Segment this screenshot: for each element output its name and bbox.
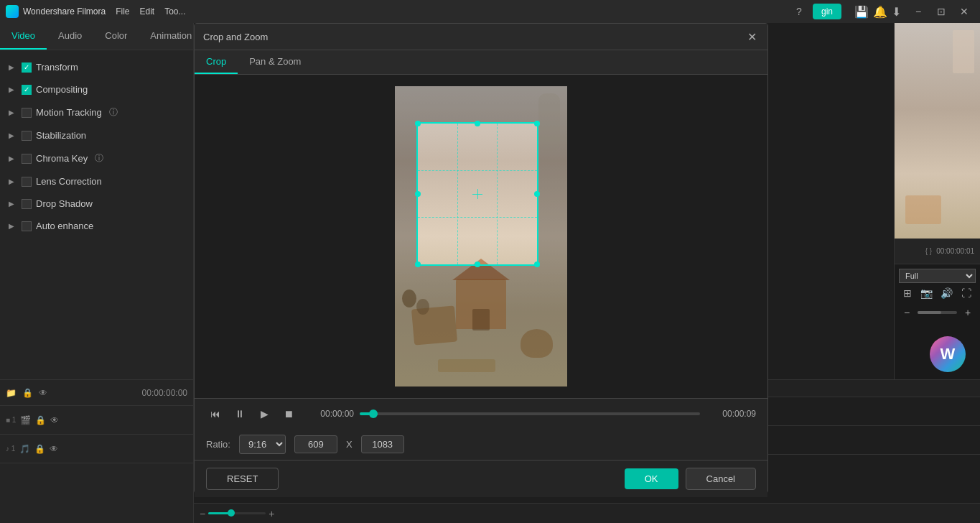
volume-icon[interactable]: 🔊 — [941, 287, 953, 299]
hide-all-icon[interactable]: 👁 — [39, 388, 47, 398]
download-icon[interactable]: ⬇ — [892, 5, 901, 19]
lock-all-icon[interactable]: 🔒 — [22, 388, 33, 398]
crop-overlay[interactable] — [416, 122, 538, 266]
crop-handle-mr[interactable] — [534, 191, 540, 197]
transform-checkbox[interactable] — [22, 63, 32, 73]
prop-stabilization[interactable]: ▶ Stabilization — [0, 124, 193, 147]
chroma-key-checkbox[interactable] — [22, 154, 32, 164]
prop-compositing[interactable]: ▶ Compositing — [0, 78, 193, 101]
title-bar: Wondershare Filmora File Edit Too... ? g… — [0, 0, 980, 23]
crop-handle-tr[interactable] — [534, 121, 540, 126]
zoom-slider-thumb[interactable] — [228, 509, 235, 517]
dialog-body — [195, 75, 767, 398]
save-project-icon[interactable]: 💾 — [854, 5, 869, 19]
audio-lock-button[interactable]: 🔒 — [34, 444, 45, 454]
crop-handle-tc[interactable] — [475, 121, 480, 126]
menu-edit[interactable]: Edit — [140, 6, 155, 17]
dialog-tabs: Crop Pan & Zoom — [195, 50, 767, 75]
track-number: ■ 1 — [6, 416, 16, 424]
tab-crop[interactable]: Crop — [195, 50, 238, 74]
progress-bar[interactable] — [360, 412, 700, 415]
close-button[interactable]: ✕ — [954, 4, 974, 19]
login-button[interactable]: gin — [813, 4, 841, 19]
crop-handle-tl[interactable] — [415, 121, 421, 126]
timeline-track-controls: 📁 🔒 👁 00:00:00:00 ■ 1 🎬 🔒 👁 ♪ 1 🎵 🔒 👁 — [0, 380, 194, 523]
timeline-zoom-out-button[interactable]: − — [200, 508, 205, 519]
total-time-display: 00:00:09 — [706, 409, 756, 419]
crop-handle-ml[interactable] — [415, 191, 421, 197]
tab-color[interactable]: Color — [93, 23, 139, 50]
zoom-out-button[interactable]: − — [899, 305, 915, 320]
expand-arrow: ▶ — [9, 85, 17, 93]
restore-button[interactable]: ⊡ — [931, 4, 951, 19]
zoom-in-button[interactable]: + — [960, 305, 976, 320]
crop-dialog: Crop and Zoom ✕ Crop Pan & Zoom — [194, 23, 768, 494]
audio-track-controls: ♪ 1 🎵 🔒 👁 — [0, 435, 193, 463]
motion-tracking-label: Motion Tracking — [36, 107, 102, 118]
fit-icon[interactable]: ⊞ — [903, 287, 912, 299]
dialog-close-button[interactable]: ✕ — [745, 29, 759, 44]
dialog-ok-button[interactable]: OK — [625, 468, 678, 489]
audio-track-number: ♪ 1 — [6, 445, 15, 453]
prop-lens-correction[interactable]: ▶ Lens Correction — [0, 170, 193, 193]
motion-tracking-help-icon[interactable]: ⓘ — [109, 106, 118, 119]
prop-transform[interactable]: ▶ Transform — [0, 56, 193, 78]
video-track-controls: ■ 1 🎬 🔒 👁 — [0, 406, 193, 435]
expand-icon[interactable]: ⛶ — [961, 287, 971, 299]
menu-tools[interactable]: Too... — [164, 6, 185, 17]
ratio-select[interactable]: 9:16 16:9 4:3 1:1 Free — [239, 435, 286, 454]
add-media-icon[interactable]: 📁 — [6, 388, 17, 398]
audio-visibility-button[interactable]: 👁 — [50, 444, 58, 454]
compositing-label: Compositing — [36, 84, 88, 95]
help-icon[interactable]: ? — [791, 4, 807, 19]
playback-controls: ⏮ ⏸ ▶ ⏹ 00:00:00 00:00:09 — [195, 398, 767, 429]
prop-motion-tracking[interactable]: ▶ Motion Tracking ⓘ — [0, 101, 193, 124]
play-button[interactable]: ▶ — [255, 404, 274, 423]
track-type-icon: 🎬 — [20, 415, 31, 425]
crop-handle-bl[interactable] — [415, 262, 421, 267]
window-controls: − ⊡ ✕ — [908, 4, 974, 19]
stop-button[interactable]: ⏹ — [279, 404, 298, 423]
expand-arrow: ▶ — [9, 154, 17, 162]
lens-correction-checkbox[interactable] — [22, 177, 32, 187]
crop-preview[interactable] — [395, 86, 567, 387]
minimize-button[interactable]: − — [908, 4, 928, 19]
expand-arrow: ▶ — [9, 108, 17, 116]
motion-tracking-checkbox[interactable] — [22, 108, 32, 118]
dialog-cancel-button[interactable]: Cancel — [686, 468, 756, 490]
skip-back-button[interactable]: ⏮ — [206, 404, 225, 423]
track-lock-button[interactable]: 🔒 — [35, 415, 46, 425]
width-input[interactable] — [294, 435, 337, 453]
progress-thumb[interactable] — [369, 409, 378, 418]
audio-track-icon: 🎵 — [19, 444, 30, 454]
tab-audio[interactable]: Audio — [47, 23, 93, 50]
stabilization-checkbox[interactable] — [22, 131, 32, 141]
height-input[interactable] — [361, 435, 404, 453]
notifications-icon[interactable]: 🔔 — [873, 5, 887, 19]
chroma-key-help-icon[interactable]: ⓘ — [95, 152, 103, 165]
prop-auto-enhance[interactable]: ▶ Auto enhance — [0, 215, 193, 237]
zoom-select[interactable]: Full 50% 25% — [899, 269, 976, 283]
menu-file[interactable]: File — [116, 6, 129, 17]
expand-arrow: ▶ — [9, 200, 17, 208]
prop-chroma-key[interactable]: ▶ Chroma Key ⓘ — [0, 147, 193, 170]
dialog-reset-button[interactable]: RESET — [206, 468, 279, 490]
track-visibility-button[interactable]: 👁 — [50, 415, 59, 425]
drop-shadow-checkbox[interactable] — [22, 199, 32, 209]
screenshot-icon[interactable]: 📷 — [920, 287, 933, 299]
timeline-zoom-slider[interactable] — [208, 512, 266, 514]
compositing-checkbox[interactable] — [22, 85, 32, 95]
timeline-zoom-in-button[interactable]: + — [269, 508, 274, 519]
tab-video[interactable]: Video — [0, 23, 47, 50]
lens-correction-label: Lens Correction — [36, 176, 102, 187]
tab-pan-zoom[interactable]: Pan & Zoom — [238, 50, 312, 74]
drop-shadow-label: Drop Shadow — [36, 198, 93, 209]
expand-arrow: ▶ — [9, 131, 17, 139]
crop-handle-bc[interactable] — [475, 262, 480, 267]
frame-back-button[interactable]: ⏸ — [230, 404, 249, 423]
crop-handle-br[interactable] — [534, 262, 540, 267]
auto-enhance-checkbox[interactable] — [22, 221, 32, 231]
menu-bar: File Edit Too... — [116, 6, 185, 17]
chroma-key-label: Chroma Key — [36, 153, 88, 164]
prop-drop-shadow[interactable]: ▶ Drop Shadow — [0, 193, 193, 215]
